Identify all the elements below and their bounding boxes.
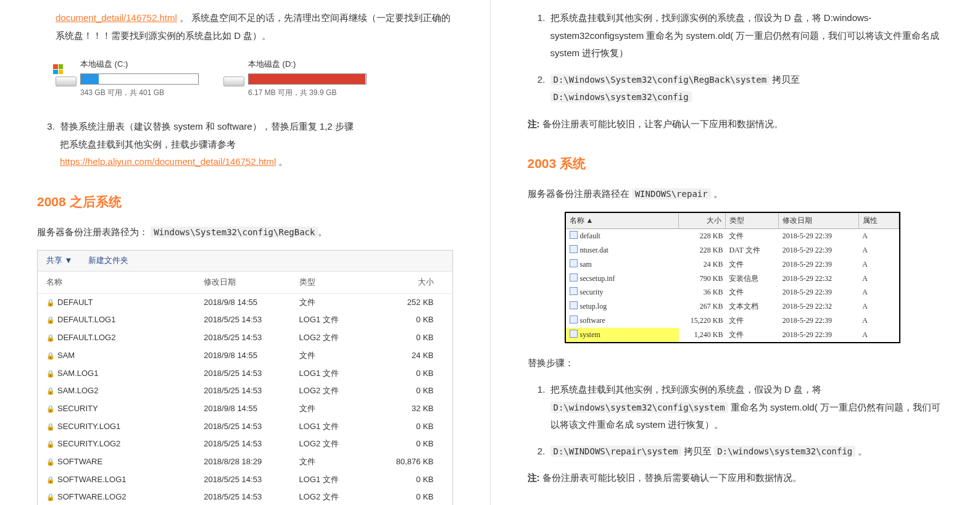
replace-steps-title: 替换步骤： (528, 354, 944, 372)
table-row[interactable]: 🔒SOFTWARE2018/8/28 18:29文件80,876 KB (38, 453, 452, 471)
table-row[interactable]: software15,220 KB文件2018-5-29 22:39A (566, 314, 899, 328)
col-name[interactable]: 名称 (38, 272, 195, 293)
file-icon (570, 245, 578, 253)
step3-text-c: 。 (278, 156, 288, 167)
file-explorer-2003: 名称 ▲ 大小 类型 修改日期 属性 default228 KB文件2018-5… (565, 212, 900, 343)
lock-icon: 🔒 (46, 349, 54, 362)
rstep1-a: 把系统盘挂载到其他实例，找到源实例的系统盘，假设为 D 盘，将 (550, 384, 821, 394)
table-row[interactable]: 🔒DEFAULT.LOG12018/5/25 14:53LOG1 文件0 KB (38, 311, 452, 329)
note-label: 注: (528, 119, 540, 129)
note-label: 注: (528, 472, 540, 483)
code-dst-path: D:\windows\system32\config (550, 91, 692, 102)
replace-step-1: 把系统盘挂载到其他实例，找到源实例的系统盘，假设为 D 盘，将 D:\windo… (548, 381, 944, 434)
file-icon (570, 287, 578, 295)
drive-icon (56, 67, 75, 86)
code-src-path: D:\Windows\System32\config\RegBack\syste… (550, 74, 770, 85)
table-row[interactable]: secsetup.inf790 KB安装信息2018-5-29 22:32A (566, 272, 899, 286)
rcol-type[interactable]: 类型 (725, 213, 778, 228)
lock-icon: 🔒 (46, 438, 54, 451)
disk-d-free: 6.17 MB 可用，共 39.9 GB (248, 86, 367, 100)
table-row[interactable]: 🔒DEFAULT.LOG22018/5/25 14:53LOG2 文件0 KB (38, 329, 452, 347)
table-row[interactable]: security36 KB文件2018-5-29 22:39A (566, 285, 899, 299)
col-mdate[interactable]: 修改日期 (195, 272, 290, 293)
code-regback-path: Windows\System32\config\RegBack (151, 227, 318, 238)
table-row[interactable]: system1,240 KB文件2018-5-29 22:39A (566, 328, 899, 342)
drive-icon (223, 67, 243, 86)
note-1-text: 备份注册表可能比较旧，让客户确认一下应用和数据情况。 (542, 119, 783, 129)
disk-c-label: 本地磁盘 (C:) (80, 57, 199, 72)
col-type[interactable]: 类型 (291, 272, 365, 293)
right-step2-mid: 拷贝至 (772, 74, 800, 85)
table-row[interactable]: 🔒SAM.LOG12018/5/25 14:53LOG1 文件0 KB (38, 365, 452, 383)
table-row[interactable]: 🔒SAM.LOG22018/5/25 14:53LOG2 文件0 KB (38, 382, 452, 400)
table-row[interactable]: 🔒DEFAULT2018/9/8 14:55文件252 KB (38, 293, 452, 311)
disk-c-free: 343 GB 可用，共 401 GB (80, 86, 199, 100)
lock-icon: 🔒 (46, 314, 54, 327)
file-icon (570, 259, 578, 267)
p-2003: 服务器备份注册表路径在 WINDOWS\repair 。 (528, 185, 944, 203)
table-row[interactable]: 🔒SECURITY.LOG22018/5/25 14:53LOG2 文件0 KB (38, 435, 452, 453)
step-list-left: 替换系统注册表（建议替换 system 和 software），替换后重复 1,… (37, 118, 453, 171)
step3-text-b: 把系统盘挂载到其他实例，挂载步骤请参考 (60, 139, 236, 149)
disk-d: 本地磁盘 (D:) 6.17 MB 可用，共 39.9 GB (223, 57, 367, 99)
right-step-1: 把系统盘挂载到其他实例，找到源实例的系统盘，假设为 D 盘，将 D:window… (548, 9, 944, 62)
disk-d-usage-bar (248, 73, 367, 85)
file-icon (570, 231, 578, 239)
step3-help-link[interactable]: https://help.aliyun.com/document_detail/… (60, 156, 276, 167)
lock-icon: 🔒 (46, 332, 54, 344)
p-2003-text-a: 服务器备份注册表路径在 (528, 188, 632, 199)
col-size[interactable]: 大小 (365, 272, 452, 293)
table-row[interactable]: setup.log267 KB文本文档2018-5-29 22:32A (566, 299, 899, 314)
lock-icon: 🔒 (46, 385, 54, 398)
rcol-size[interactable]: 大小 (679, 213, 726, 228)
lock-icon: 🔒 (46, 474, 54, 486)
disk-d-label: 本地磁盘 (D:) (248, 57, 367, 72)
note-2-text: 备份注册表可能比较旧，替换后需要确认一下应用和数据情况。 (542, 472, 802, 483)
heading-2003: 2003 系统 (528, 151, 944, 176)
explorer-table: 名称 修改日期 类型 大小 🔒DEFAULT2018/9/8 14:55文件25… (38, 272, 452, 505)
disk-display: 本地磁盘 (C:) 343 GB 可用，共 401 GB 本地磁盘 (D:) 6… (56, 57, 453, 99)
disk-c: 本地磁盘 (C:) 343 GB 可用，共 401 GB (56, 57, 199, 99)
table-row[interactable]: 🔒SOFTWARE.LOG22018/5/25 14:53LOG2 文件0 KB (38, 488, 452, 505)
lock-icon: 🔒 (46, 456, 54, 469)
p-2008-text: 服务器备份注册表路径为： (37, 227, 148, 237)
replace-step-2: D:\WINDOWS\repair\system 拷贝至 D:\windows\… (548, 443, 944, 461)
lock-icon: 🔒 (46, 403, 54, 415)
top-doc-link[interactable]: document_detail/146752.html (56, 12, 177, 23)
table-row[interactable]: 🔒SAM2018/9/8 14:55文件24 KB (38, 347, 452, 365)
table-row[interactable]: 🔒SECURITY2018/9/8 14:55文件32 KB (38, 400, 452, 418)
code-rstep2-a: D:\WINDOWS\repair\system (550, 446, 681, 457)
lock-icon: 🔒 (46, 296, 54, 309)
top-paragraph: document_detail/146752.html 。 系统盘空间不足的话，… (56, 9, 453, 44)
table-row[interactable]: 🔒SECURITY.LOG12018/5/25 14:53LOG1 文件0 KB (38, 418, 452, 436)
windows-logo-icon (53, 64, 63, 74)
rstep2-end: 。 (858, 446, 867, 456)
replace-step-list: 把系统盘挂载到其他实例，找到源实例的系统盘，假设为 D 盘，将 D:\windo… (528, 381, 944, 460)
disk-c-usage-bar (80, 73, 199, 85)
lock-icon: 🔒 (46, 367, 54, 380)
lock-icon: 🔒 (46, 491, 54, 504)
left-column: document_detail/146752.html 。 系统盘空间不足的话，… (0, 0, 490, 505)
file-icon (570, 273, 578, 282)
table-row[interactable]: default228 KB文件2018-5-29 22:39A (566, 229, 899, 243)
step3-text-a: 替换系统注册表（建议替换 system 和 software），替换后重复 1,… (60, 118, 453, 136)
toolbar-new-folder[interactable]: 新建文件夹 (88, 256, 128, 265)
step-3: 替换系统注册表（建议替换 system 和 software），替换后重复 1,… (57, 118, 453, 171)
rcol-attr[interactable]: 属性 (858, 213, 899, 228)
p-2003-text-b: 。 (713, 188, 723, 199)
file-icon (570, 315, 578, 323)
rstep2-mid: 拷贝至 (684, 446, 712, 456)
lock-icon: 🔒 (46, 420, 54, 433)
right-steps-2008: 把系统盘挂载到其他实例，找到源实例的系统盘，假设为 D 盘，将 D:window… (528, 9, 944, 106)
code-rstep1: D:\windows\system32\config\system (550, 402, 728, 413)
explorer-toolbar: 共享 ▼ 新建文件夹 (38, 251, 452, 272)
table-row[interactable]: sam24 KB文件2018-5-29 22:39A (566, 257, 899, 272)
rcol-name[interactable]: 名称 ▲ (566, 213, 679, 228)
toolbar-share[interactable]: 共享 ▼ (46, 256, 72, 265)
code-repair-path: WINDOWS\repair (632, 188, 711, 199)
note-1: 注: 备份注册表可能比较旧，让客户确认一下应用和数据情况。 (528, 115, 944, 133)
rcol-mdate[interactable]: 修改日期 (779, 213, 858, 228)
heading-2008: 2008 之后系统 (37, 190, 453, 214)
table-row[interactable]: 🔒SOFTWARE.LOG12018/5/25 14:53LOG1 文件0 KB (38, 471, 452, 489)
table-row[interactable]: ntuser.dat228 KBDAT 文件2018-5-29 22:39A (566, 243, 899, 257)
